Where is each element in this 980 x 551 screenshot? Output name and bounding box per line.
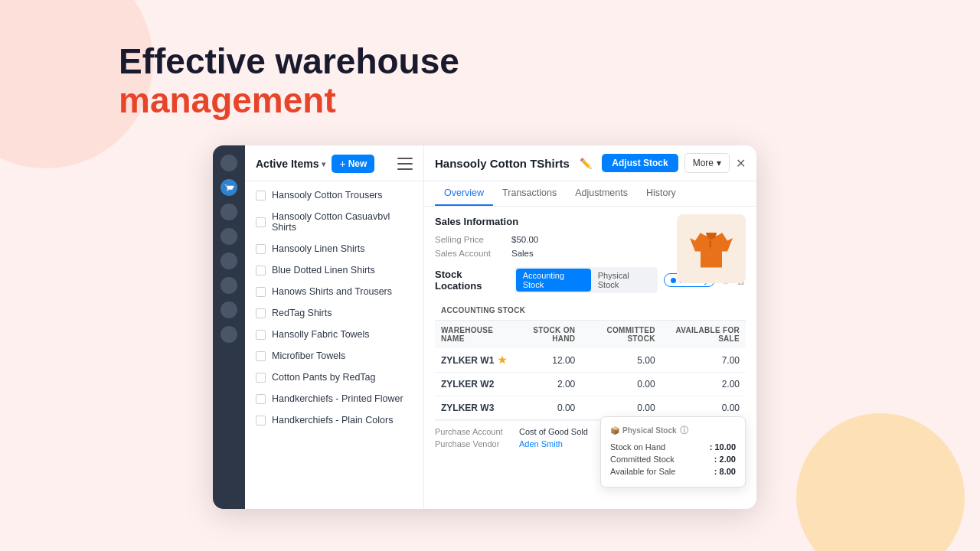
menu-line-3 <box>397 168 413 170</box>
available-for-sale-cell: 7.00 <box>662 348 746 373</box>
sidebar-dot-active[interactable] <box>220 179 237 196</box>
star-icon: ★ <box>498 354 507 366</box>
sales-account-value: Sales <box>511 249 534 258</box>
sidebar-dot-3 <box>220 228 237 245</box>
svg-point-1 <box>709 244 711 246</box>
popup-row-value: : 10.00 <box>710 442 736 452</box>
detail-tabs: Overview Transactions Adjustments Histor… <box>424 181 756 207</box>
item-checkbox[interactable] <box>256 191 266 201</box>
tab-overview[interactable]: Overview <box>435 181 493 206</box>
item-label: Hansooly Cotton Casuavbvl Shirts <box>272 211 413 233</box>
sidebar-dot-5 <box>220 277 237 294</box>
detail-header: Hansooly Cotton TShirts ✏️ Adjust Stock … <box>424 145 756 181</box>
items-title: Active Items ▾ <box>256 158 325 170</box>
purchase-account-label: Purchase Account <box>435 427 519 436</box>
sidebar-dot-7 <box>220 326 237 343</box>
more-button[interactable]: More ▾ <box>684 153 730 173</box>
items-list: Hansooly Cotton TrousersHansooly Cotton … <box>245 181 423 509</box>
menu-icon[interactable] <box>397 158 413 170</box>
hero-line2: management <box>119 81 459 120</box>
detail-content: Sales Information Selling Price $50.00 S… <box>424 207 756 509</box>
item-label: Handkerchiefs - Plain Colors <box>272 415 393 425</box>
warehouse-name-text: ZYLKER W1 <box>441 355 494 366</box>
item-checkbox[interactable] <box>256 266 266 276</box>
item-checkbox[interactable] <box>256 373 266 383</box>
popup-rows: Stock on Hand: 10.00Committed Stock: 2.0… <box>610 442 736 476</box>
popup-title: 📦 Physical Stock ⓘ <box>610 425 736 436</box>
selling-price-value: $50.00 <box>511 235 538 244</box>
popup-row: Committed Stock: 2.00 <box>610 455 736 464</box>
item-checkbox[interactable] <box>256 394 266 404</box>
list-item[interactable]: Hanows Shirts and Trousers <box>245 281 423 302</box>
physical-stock-tab[interactable]: Physical Stock <box>591 269 656 292</box>
item-checkbox[interactable] <box>256 217 266 227</box>
item-checkbox[interactable] <box>256 308 266 318</box>
svg-point-0 <box>709 241 711 243</box>
item-checkbox[interactable] <box>256 244 266 254</box>
list-item[interactable]: Handkerchiefs - Plain Colors <box>245 409 423 431</box>
tab-transactions[interactable]: Transactions <box>493 181 566 206</box>
list-item[interactable]: Hansooly Cotton Trousers <box>245 184 423 206</box>
warehouse-cell: ZYLKER W2 <box>435 373 516 396</box>
item-label: Handkerchiefs - Printed Flower <box>272 393 403 404</box>
list-item[interactable]: Cotton Pants by RedTag <box>245 367 423 388</box>
item-label: Hanows Shirts and Trousers <box>272 286 392 297</box>
purchase-vendor-link[interactable]: Aden Smith <box>519 439 563 448</box>
popup-row: Available for Sale: 8.00 <box>610 467 736 476</box>
hero-line1: Effective warehouse <box>119 42 459 81</box>
adjust-stock-button[interactable]: Adjust Stock <box>602 154 678 172</box>
accounting-stock-header: ACCOUNTING STOCK <box>435 301 746 321</box>
item-label: Hansooly Linen Shirts <box>272 243 365 254</box>
item-checkbox[interactable] <box>256 287 266 297</box>
items-panel: Active Items ▾ + New Hansooly Cotton Tro… <box>245 145 424 509</box>
popup-row-label: Committed Stock <box>610 455 675 464</box>
tab-adjustments[interactable]: Adjustments <box>566 181 637 206</box>
close-button[interactable]: ✕ <box>736 156 746 171</box>
popup-info-icon: ⓘ <box>680 425 688 436</box>
available-for-sale-cell: 2.00 <box>662 373 746 396</box>
dropdown-arrow-icon[interactable]: ▾ <box>322 160 325 168</box>
more-label: More <box>693 158 714 168</box>
shirt-svg <box>684 222 738 276</box>
col-warehouse: WAREHOUSE NAME <box>435 321 516 349</box>
stock-tabs: Accounting Stock Physical Stock <box>514 267 658 293</box>
stock-section: Stock Locations Accounting Stock Physica… <box>435 267 746 420</box>
committed-stock-cell: 5.00 <box>581 348 661 373</box>
list-item[interactable]: Blue Dotted Linen Shirts <box>245 259 423 281</box>
item-checkbox[interactable] <box>256 416 266 425</box>
item-label: Hansooly Cotton Trousers <box>272 190 383 201</box>
edit-button[interactable]: ✏️ <box>576 156 596 171</box>
item-checkbox[interactable] <box>256 330 266 340</box>
col-stock-on-hand: STOCK ON HAND <box>516 321 581 349</box>
physical-stock-popup: 📦 Physical Stock ⓘ Stock on Hand: 10.00C… <box>600 416 746 487</box>
popup-row: Stock on Hand: 10.00 <box>610 442 736 452</box>
sidebar-dot-4 <box>220 253 237 269</box>
tab-history[interactable]: History <box>637 181 685 206</box>
popup-row-label: Available for Sale <box>610 467 675 476</box>
stock-on-hand-cell: 0.00 <box>516 396 581 420</box>
list-item[interactable]: Microfiber Towels <box>245 345 423 367</box>
detail-panel: Hansooly Cotton TShirts ✏️ Adjust Stock … <box>424 145 756 509</box>
item-label: Blue Dotted Linen Shirts <box>272 265 375 276</box>
accounting-stock-tab[interactable]: Accounting Stock <box>516 269 591 292</box>
warehouse-cell: ZYLKER W3 <box>435 396 516 420</box>
list-item[interactable]: Handkerchiefs - Printed Flower <box>245 388 423 409</box>
menu-line-1 <box>397 158 413 159</box>
new-button[interactable]: + New <box>332 155 374 173</box>
plus-icon: + <box>339 158 345 170</box>
cart-icon <box>224 183 234 193</box>
committed-stock-cell: 0.00 <box>581 373 661 396</box>
stock-section-title: Stock Locations <box>435 269 508 292</box>
more-chevron-icon: ▾ <box>717 158 721 168</box>
item-checkbox[interactable] <box>256 351 266 361</box>
new-button-label: New <box>348 158 368 169</box>
warehouse-name-text: ZYLKER W2 <box>441 379 494 390</box>
popup-title-text: Physical Stock <box>622 426 677 435</box>
item-label: RedTag Shirts <box>272 308 332 318</box>
list-item[interactable]: Hansooly Linen Shirts <box>245 238 423 259</box>
list-item[interactable]: Hansolly Fabric Towels <box>245 324 423 345</box>
popup-row-value: : 2.00 <box>714 455 736 464</box>
list-item[interactable]: Hansooly Cotton Casuavbvl Shirts <box>245 206 423 238</box>
list-item[interactable]: RedTag Shirts <box>245 302 423 324</box>
warehouse-name-text: ZYLKER W3 <box>441 403 494 413</box>
